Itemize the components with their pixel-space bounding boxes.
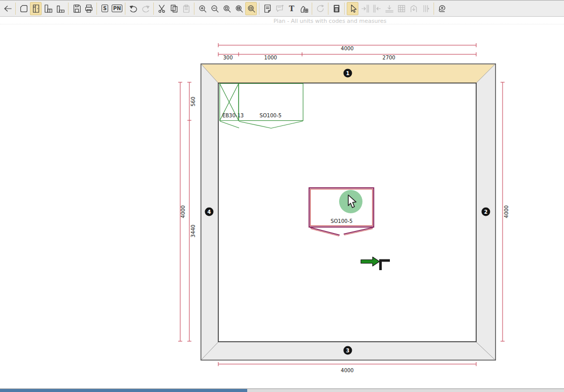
tape-measure-icon [437, 4, 447, 14]
copy-icon [169, 4, 179, 14]
move-wall-left-icon [360, 4, 370, 14]
print-button[interactable] [83, 2, 94, 15]
view-title: Plan - All units with codes and measures [274, 18, 387, 24]
zoom-out-icon [210, 4, 220, 14]
settings-pn-button[interactable]: PN [111, 2, 123, 15]
toolbar-separator [96, 3, 97, 15]
dimension-value: 2700 [382, 55, 395, 60]
move-wall-up-button[interactable] [383, 2, 395, 15]
zoom-all-icon [234, 4, 244, 14]
comment-icon [275, 4, 285, 14]
toolbar-separator [15, 3, 16, 15]
unit-label: EB30-13 [222, 113, 244, 118]
floor-plan: 4000 300 1000 2700 4000 560 3440 4000 40… [0, 24, 564, 388]
zoom-in-button[interactable] [196, 2, 208, 15]
status-progress [0, 389, 247, 392]
dimension-value: 4000 [341, 368, 353, 373]
dimension-value: 4000 [341, 46, 353, 51]
dimension-line-left-segments [187, 82, 191, 341]
grid-icon [396, 4, 407, 14]
toolbar: S PN [0, 0, 564, 17]
zoom-out-button[interactable] [209, 2, 220, 15]
copy-button[interactable] [168, 2, 180, 15]
toolbar-separator [125, 3, 125, 15]
rotate-button[interactable] [314, 2, 326, 15]
toolbar-separator [153, 3, 154, 15]
elevation-view-icon [31, 4, 41, 14]
application-window: S PN [0, 0, 564, 392]
save-icon [72, 4, 82, 14]
back-button[interactable] [2, 2, 13, 15]
zoom-in-icon [197, 4, 208, 14]
redo-button[interactable] [140, 2, 151, 15]
base-view-icon [55, 4, 65, 14]
status-bar [0, 388, 564, 392]
toolbar-separator [312, 3, 312, 15]
wall-badge-1[interactable]: 1 [344, 69, 352, 78]
note-button[interactable] [261, 2, 273, 15]
view-plan-button[interactable] [18, 2, 29, 15]
wall-view-button[interactable] [408, 2, 419, 15]
text-button[interactable]: T [286, 2, 297, 15]
view-title-bar: Plan - All units with codes and measures [0, 17, 564, 24]
dimension-value: 300 [223, 55, 233, 60]
wall-badge-4[interactable]: 4 [205, 208, 214, 216]
wall-view-icon [409, 4, 419, 14]
svg-text:1: 1 [346, 71, 350, 76]
dimension-line-top-segments [218, 52, 476, 56]
pn-icon: PN [112, 5, 123, 12]
dimension-value: 3440 [190, 224, 196, 237]
drawing-canvas[interactable]: 4000 300 1000 2700 4000 560 3440 4000 40… [0, 24, 564, 388]
note-icon [262, 4, 273, 14]
pointer-button[interactable] [347, 2, 358, 15]
save-button[interactable] [71, 2, 82, 15]
tape-measure-button[interactable] [436, 2, 448, 15]
toolbar-separator [194, 3, 194, 15]
view-base-button[interactable] [54, 2, 66, 15]
print-icon [84, 4, 94, 14]
wall-spacing-button[interactable] [420, 2, 432, 15]
svg-text:4: 4 [208, 209, 211, 215]
text-icon: T [289, 5, 294, 13]
corner-view-icon [43, 4, 53, 14]
zoom-page-icon [222, 4, 232, 14]
settings-s-button[interactable]: S [99, 2, 111, 15]
calculator-button[interactable] [330, 2, 342, 15]
undo-icon [128, 4, 139, 14]
pointer-cursor-icon [348, 4, 358, 14]
unit-label: SO100-5 [330, 218, 352, 224]
move-wall-right-button[interactable] [371, 2, 383, 15]
toolbar-separator [328, 3, 328, 15]
zoom-page-button[interactable] [221, 2, 233, 15]
scissors-icon [157, 4, 167, 14]
zoom-window-icon [246, 4, 256, 14]
back-arrow-icon [3, 4, 13, 14]
unit-label: SO100-5 [259, 113, 281, 118]
svg-text:3: 3 [346, 348, 350, 353]
wall-badge-3[interactable]: 3 [344, 346, 352, 355]
view-elevation-button[interactable] [30, 2, 42, 15]
zoom-all-button[interactable] [233, 2, 245, 15]
plan-view-icon [19, 4, 29, 14]
rotate-icon [315, 4, 325, 14]
comment-button[interactable] [274, 2, 285, 15]
paste-button[interactable] [180, 2, 192, 15]
color-swatches-icon [299, 4, 309, 14]
zoom-window-button[interactable] [245, 2, 257, 15]
calculator-icon [331, 4, 342, 14]
s-icon: S [102, 5, 108, 12]
materials-button[interactable] [298, 2, 310, 15]
toolbar-separator [344, 3, 345, 15]
dimension-value: 4000 [504, 205, 509, 218]
toolbar-separator [259, 3, 259, 15]
dimension-line-bottom-total [218, 362, 476, 366]
grid-button[interactable] [395, 2, 407, 15]
wall-badge-2[interactable]: 2 [482, 208, 490, 216]
paste-icon [181, 4, 191, 14]
move-wall-left-button[interactable] [359, 2, 371, 15]
cut-button[interactable] [156, 2, 168, 15]
svg-text:2: 2 [484, 209, 488, 215]
redo-icon [141, 4, 151, 14]
undo-button[interactable] [127, 2, 139, 15]
view-corner-button[interactable] [42, 2, 54, 15]
